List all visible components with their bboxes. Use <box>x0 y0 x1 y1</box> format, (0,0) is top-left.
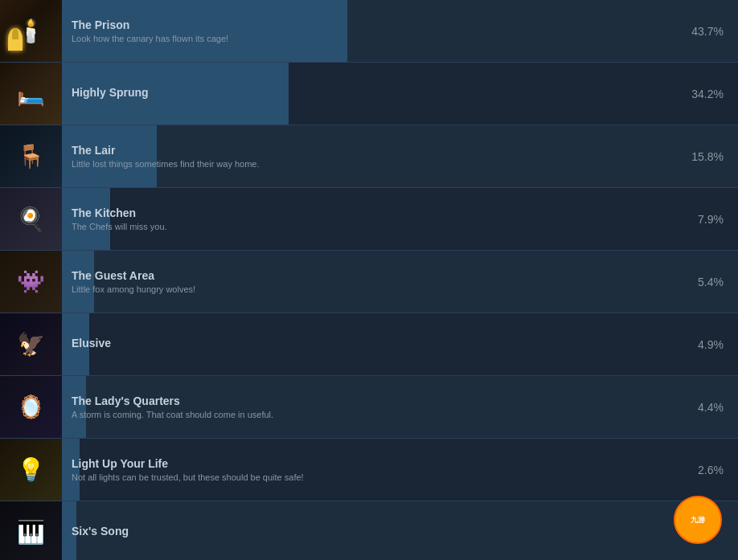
thumb-art-guest: 👾 <box>0 251 62 313</box>
achievement-title-kitchen: The Kitchen <box>72 206 664 219</box>
achievement-percent-prison: 43.7% <box>674 25 738 38</box>
achievement-title-elusive: Elusive <box>72 337 664 349</box>
achievement-desc-kitchen: The Chefs will miss you. <box>72 222 664 231</box>
achievement-percent-elusive: 4.9% <box>674 338 738 351</box>
achievement-content-elusive: Elusive <box>62 313 674 375</box>
thumb-art-light: 💡 <box>0 439 62 501</box>
achievement-row-song: 🎹Six's Song <box>0 501 738 560</box>
achievement-thumbnail-song: 🎹 <box>0 501 62 560</box>
achievement-row-lair: 🪑The LairLittle lost things sometimes fi… <box>0 125 738 188</box>
thumb-art-lair: 🪑 <box>0 125 62 187</box>
achievement-content-light: Light Up Your LifeNot all lights can be … <box>62 439 674 501</box>
achievement-thumbnail-elusive: 🦅 <box>0 313 62 375</box>
achievement-thumbnail-prison: 🕯️ <box>0 0 62 62</box>
achievement-title-lady: The Lady's Quarters <box>72 394 664 407</box>
achievement-list: 🕯️The PrisonLook how the canary has flow… <box>0 0 738 560</box>
achievement-content-prison: The PrisonLook how the canary has flown … <box>62 0 674 62</box>
thumb-art-prison: 🕯️ <box>3 3 59 59</box>
achievement-thumbnail-sprung: 🛏️ <box>0 63 62 125</box>
thumb-art-elusive: 🦅 <box>0 313 62 375</box>
achievement-percent-lair: 15.8% <box>674 150 738 163</box>
thumb-art-lady: 🪞 <box>0 376 62 438</box>
achievement-title-song: Six's Song <box>72 525 728 538</box>
watermark-text: 九游 <box>691 516 705 525</box>
achievement-content-lady: The Lady's QuartersA storm is coming. Th… <box>62 376 674 438</box>
achievement-thumbnail-guest: 👾 <box>0 251 62 313</box>
achievement-desc-prison: Look how the canary has flown its cage! <box>72 34 664 43</box>
thumb-art-sprung: 🛏️ <box>0 63 62 125</box>
achievement-thumbnail-lady: 🪞 <box>0 376 62 438</box>
achievement-percent-guest: 5.4% <box>674 276 738 288</box>
achievement-desc-lady: A storm is coming. That coat should come… <box>72 410 664 419</box>
achievement-title-prison: The Prison <box>72 18 664 31</box>
achievement-title-light: Light Up Your Life <box>72 457 664 470</box>
achievement-row-sprung: 🛏️Highly Sprung34.2% <box>0 63 738 125</box>
achievement-desc-light: Not all lights can be trusted, but these… <box>72 472 664 482</box>
achievement-row-light: 💡Light Up Your LifeNot all lights can be… <box>0 439 738 501</box>
achievement-thumbnail-lair: 🪑 <box>0 125 62 187</box>
achievement-row-guest: 👾The Guest AreaLittle fox among hungry w… <box>0 251 738 313</box>
achievement-content-guest: The Guest AreaLittle fox among hungry wo… <box>62 251 674 313</box>
achievement-title-sprung: Highly Sprung <box>72 86 664 99</box>
achievement-thumbnail-light: 💡 <box>0 439 62 501</box>
achievement-thumbnail-kitchen: 🍳 <box>0 188 62 250</box>
achievement-percent-lady: 4.4% <box>674 401 738 414</box>
achievement-title-guest: The Guest Area <box>72 269 664 282</box>
achievement-row-kitchen: 🍳The KitchenThe Chefs will miss you.7.9% <box>0 188 738 251</box>
achievement-percent-kitchen: 7.9% <box>674 213 738 226</box>
achievement-row-prison: 🕯️The PrisonLook how the canary has flow… <box>0 0 738 63</box>
achievement-desc-guest: Little fox among hungry wolves! <box>72 284 664 294</box>
thumb-art-song: 🎹 <box>0 501 62 560</box>
achievement-percent-sprung: 34.2% <box>674 88 738 100</box>
achievement-row-lady: 🪞The Lady's QuartersA storm is coming. T… <box>0 376 738 439</box>
achievement-content-lair: The LairLittle lost things sometimes fin… <box>62 125 674 187</box>
thumb-art-kitchen: 🍳 <box>0 188 62 250</box>
achievement-content-kitchen: The KitchenThe Chefs will miss you. <box>62 188 674 250</box>
achievement-percent-light: 2.6% <box>674 464 738 476</box>
achievement-title-lair: The Lair <box>72 144 664 157</box>
achievement-content-song: Six's Song <box>62 501 738 560</box>
watermark: 九游 <box>674 496 722 544</box>
achievement-row-elusive: 🦅Elusive4.9% <box>0 313 738 376</box>
achievement-desc-lair: Little lost things sometimes find their … <box>72 159 664 169</box>
achievement-content-sprung: Highly Sprung <box>62 63 674 125</box>
